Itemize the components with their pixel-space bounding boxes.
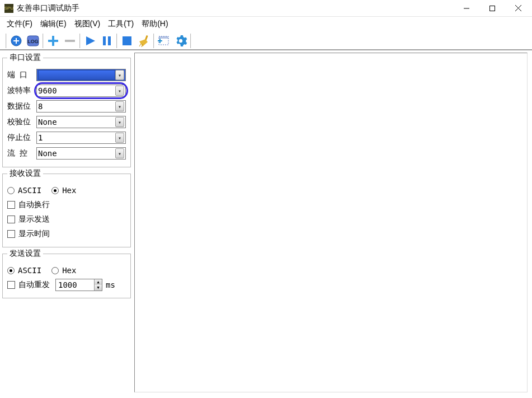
- toolbar-separator: [116, 34, 117, 48]
- spinner-up-icon[interactable]: ▲: [94, 279, 102, 285]
- connect-button[interactable]: [8, 32, 25, 49]
- stop-button[interactable]: [119, 32, 135, 49]
- show-send-checkbox[interactable]: 显示发送: [7, 212, 126, 227]
- menu-file[interactable]: 文件(F): [3, 18, 36, 30]
- svg-rect-25: [159, 39, 161, 43]
- databits-label: 数据位: [7, 101, 34, 111]
- dropdown-arrow-icon: ▾: [115, 133, 124, 143]
- dropdown-arrow-icon: ▾: [115, 117, 124, 127]
- minimize-icon: [464, 6, 469, 11]
- svg-rect-12: [48, 40, 58, 42]
- show-time-checkbox[interactable]: 显示时间: [7, 227, 126, 241]
- stopbits-select[interactable]: 1 ▾: [36, 132, 126, 144]
- checkbox-icon: [7, 201, 15, 209]
- spinner-down-icon[interactable]: ▼: [94, 285, 102, 291]
- maximize-icon: [489, 6, 495, 11]
- toolbar: LOG: [0, 31, 532, 50]
- settings-button[interactable]: [172, 32, 189, 49]
- parity-label: 校验位: [7, 117, 34, 127]
- close-icon: [515, 5, 521, 11]
- toolbar-separator: [6, 34, 7, 48]
- send-hex-radio[interactable]: Hex: [51, 266, 76, 275]
- show-send-label: 显示发送: [18, 214, 50, 224]
- stopbits-value: 1: [38, 133, 43, 142]
- toolbar-separator: [153, 34, 154, 48]
- send-hex-label: Hex: [62, 266, 76, 275]
- svg-marker-19: [139, 39, 148, 46]
- flow-select[interactable]: None ▾: [36, 147, 126, 160]
- auto-resend-label: 自动重发: [18, 280, 50, 290]
- minus-icon: [64, 35, 76, 47]
- menu-help[interactable]: 帮助(H): [138, 18, 171, 30]
- svg-rect-16: [108, 36, 111, 45]
- svg-rect-15: [103, 36, 106, 45]
- maximize-button[interactable]: [479, 0, 505, 17]
- menu-view[interactable]: 视图(V): [71, 18, 104, 30]
- remove-button[interactable]: [62, 32, 78, 49]
- output-area[interactable]: [134, 53, 528, 392]
- send-settings-panel: 发送设置 ASCII Hex 自动重发 ▲ ▼: [2, 249, 131, 298]
- auto-resend-row: 自动重发 ▲ ▼ ms: [7, 278, 126, 292]
- window-plus-icon: [157, 35, 171, 47]
- app-icon: SPU: [4, 4, 13, 13]
- radio-icon: [7, 187, 15, 194]
- plus-icon: [47, 35, 59, 47]
- radio-icon: [51, 267, 59, 274]
- svg-marker-14: [86, 36, 95, 45]
- parity-value: None: [38, 118, 57, 127]
- left-panel: 串口设置 端 口 ▾ 波特率 9600 ▾ 数据: [0, 50, 133, 397]
- svg-rect-17: [123, 36, 131, 45]
- radio-icon: [7, 267, 15, 274]
- close-button[interactable]: [505, 0, 531, 17]
- dropdown-arrow-icon: ▾: [115, 148, 124, 158]
- dropdown-arrow-icon: ▾: [115, 70, 124, 80]
- recv-ascii-radio[interactable]: ASCII: [7, 186, 41, 195]
- svg-rect-23: [159, 36, 168, 39]
- recv-hex-radio[interactable]: Hex: [51, 186, 76, 195]
- menu-edit[interactable]: 编辑(E): [37, 18, 70, 30]
- flow-label: 流 控: [7, 148, 34, 158]
- interval-spinner[interactable]: ▲ ▼: [55, 279, 102, 291]
- checkbox-icon: [7, 230, 15, 238]
- auto-wrap-checkbox[interactable]: 自动换行: [7, 198, 126, 212]
- recv-settings-legend: 接收设置: [7, 168, 43, 179]
- gear-icon: [174, 34, 187, 48]
- serial-settings-panel: 串口设置 端 口 ▾ 波特率 9600 ▾ 数据: [2, 53, 131, 167]
- interval-input[interactable]: [56, 280, 94, 289]
- toolbar-separator: [190, 34, 191, 48]
- broom-icon: [138, 35, 150, 47]
- port-select[interactable]: ▾: [36, 69, 126, 81]
- window-title: 友善串口调试助手: [17, 3, 79, 13]
- dropdown-arrow-icon: ▾: [115, 101, 124, 111]
- recv-ascii-label: ASCII: [18, 186, 41, 195]
- square-icon: [121, 35, 133, 47]
- send-settings-legend: 发送设置: [7, 249, 43, 259]
- minimize-button[interactable]: [454, 0, 479, 17]
- log-button[interactable]: LOG: [25, 32, 41, 49]
- log-icon: LOG: [26, 34, 40, 48]
- databits-value: 8: [38, 102, 43, 111]
- baud-select[interactable]: 9600 ▾: [36, 85, 126, 97]
- play-button[interactable]: [82, 32, 98, 49]
- dropdown-arrow-icon: ▾: [115, 86, 124, 96]
- stopbits-label: 停止位: [7, 133, 34, 143]
- baud-value: 9600: [38, 86, 57, 95]
- radio-icon: [51, 187, 59, 194]
- auto-wrap-label: 自动换行: [18, 200, 50, 210]
- serial-settings-legend: 串口设置: [7, 53, 43, 63]
- show-time-label: 显示时间: [18, 229, 50, 239]
- send-ascii-radio[interactable]: ASCII: [7, 266, 41, 275]
- recv-hex-label: Hex: [62, 186, 76, 195]
- toolbar-separator: [79, 34, 81, 48]
- port-label: 端 口: [7, 70, 34, 80]
- add-button[interactable]: [45, 32, 62, 49]
- parity-select[interactable]: None ▾: [36, 116, 126, 128]
- databits-select[interactable]: 8 ▾: [36, 100, 126, 113]
- clear-button[interactable]: [135, 32, 152, 49]
- svg-rect-1: [490, 6, 495, 11]
- checkbox-icon[interactable]: [7, 281, 15, 289]
- baud-label: 波特率: [7, 86, 34, 96]
- menu-tools[interactable]: 工具(T): [105, 18, 137, 30]
- pause-button[interactable]: [98, 32, 115, 49]
- new-window-button[interactable]: [156, 32, 172, 49]
